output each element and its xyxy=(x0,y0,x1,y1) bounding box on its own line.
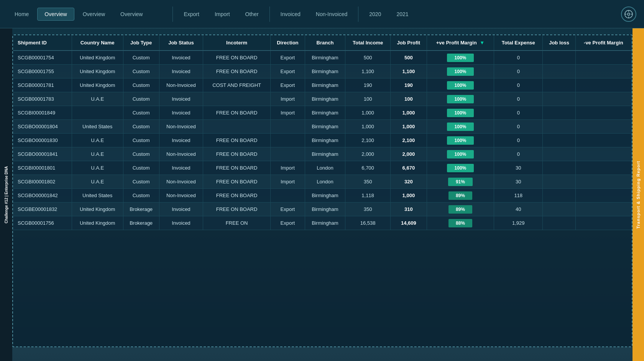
col-incoterm[interactable]: Incoterm xyxy=(203,35,271,51)
cell-job-profit: 100 xyxy=(390,92,427,106)
cell-direction: Export xyxy=(271,65,305,78)
cell-profit-margin-neg xyxy=(575,175,631,189)
filter-2021[interactable]: 2021 xyxy=(393,10,411,19)
cell-job-loss xyxy=(543,65,575,78)
cell-job-status: Invoiced xyxy=(159,161,203,175)
nav-separator-2 xyxy=(269,7,270,22)
cell-profit-margin-pos: 91% xyxy=(427,175,494,189)
cell-profit-margin-pos: 88% xyxy=(427,216,494,230)
filter-other[interactable]: Other xyxy=(242,10,262,19)
cell-job-loss xyxy=(543,161,575,175)
table-row: SCGB00001754 United Kingdom Custom Invoi… xyxy=(13,51,632,65)
filter-export[interactable]: Export xyxy=(181,10,202,19)
logo-icon xyxy=(621,7,636,22)
cell-incoterm: FREE ON BOARD xyxy=(203,51,271,65)
col-direction[interactable]: Direction xyxy=(271,35,305,51)
cell-job-status: Non-Invoiced xyxy=(159,175,203,189)
cell-branch: Birmingham xyxy=(305,51,345,65)
cell-profit-margin-pos: 100% xyxy=(427,161,494,175)
nav-tab-home[interactable]: Home xyxy=(8,8,36,20)
col-shipment-id[interactable]: Shipment ID xyxy=(13,35,72,51)
cell-job-loss xyxy=(543,203,575,216)
cell-profit-margin-neg xyxy=(575,216,631,230)
cell-incoterm xyxy=(203,92,271,106)
nav-separator-1 xyxy=(172,7,173,22)
cell-incoterm: FREE ON BOARD xyxy=(203,65,271,78)
cell-job-loss xyxy=(543,92,575,106)
cell-profit-margin-neg xyxy=(575,189,631,203)
cell-shipment-id: SCGB00001755 xyxy=(13,65,72,78)
cell-total-expense: 0 xyxy=(494,51,543,65)
cell-profit-margin-neg xyxy=(575,203,631,216)
cell-job-status: Invoiced xyxy=(159,134,203,147)
col-total-income[interactable]: Total Income xyxy=(345,35,391,51)
data-table: Shipment ID Country Name Job Type Job St… xyxy=(13,35,632,230)
cell-country: United Kingdom xyxy=(72,65,123,78)
cell-job-profit: 2,100 xyxy=(390,134,427,147)
cell-job-loss xyxy=(543,106,575,120)
cell-total-income: 1,100 xyxy=(345,65,391,78)
cell-branch: Birmingham xyxy=(305,134,345,147)
table-scroll[interactable]: Shipment ID Country Name Job Type Job St… xyxy=(13,35,632,346)
cell-profit-margin-pos: 100% xyxy=(427,134,494,147)
col-job-profit[interactable]: Job Profit xyxy=(390,35,427,51)
cell-incoterm: FREE ON BOARD xyxy=(203,161,271,175)
cell-profit-margin-neg xyxy=(575,134,631,147)
cell-incoterm: FREE ON BOARD xyxy=(203,134,271,147)
table-row: SCGBO00001830 U.A.E Custom Invoiced FREE… xyxy=(13,134,632,147)
cell-country: United Kingdom xyxy=(72,51,123,65)
cell-branch: Birmingham xyxy=(305,203,345,216)
cell-job-type: Custom xyxy=(123,161,159,175)
cell-total-expense: 0 xyxy=(494,78,543,92)
filter-2020[interactable]: 2020 xyxy=(366,10,384,19)
filter-invoiced[interactable]: Invoiced xyxy=(278,10,304,19)
cell-job-type: Brokerage xyxy=(123,216,159,230)
cell-incoterm: FREE ON BOARD xyxy=(203,147,271,161)
cell-job-loss xyxy=(543,216,575,230)
filter-import[interactable]: Import xyxy=(212,10,233,19)
cell-total-expense: 0 xyxy=(494,106,543,120)
cell-incoterm: FREE ON BOARD xyxy=(203,106,271,120)
cell-profit-margin-neg xyxy=(575,51,631,65)
nav-tab-overview-1[interactable]: Overview xyxy=(37,8,74,21)
col-job-type[interactable]: Job Type xyxy=(123,35,159,51)
cell-country: United States xyxy=(72,189,123,203)
cell-job-type: Custom xyxy=(123,65,159,78)
cell-job-type: Custom xyxy=(123,51,159,65)
cell-incoterm: FREE ON BOARD xyxy=(203,175,271,189)
filter-non-invoiced[interactable]: Non-Invoiced xyxy=(313,10,351,19)
col-profit-margin-pos[interactable]: +ve Profit Margin ▼ xyxy=(427,35,494,51)
cell-job-loss xyxy=(543,134,575,147)
cell-job-status: Non-Invoiced xyxy=(159,189,203,203)
table-row: SCGBO00001804 United States Custom Non-I… xyxy=(13,120,632,134)
cell-country: United Kingdom xyxy=(72,78,123,92)
cell-total-expense: 118 xyxy=(494,189,543,203)
nav-tab-overview-3[interactable]: Overview xyxy=(113,8,150,20)
col-profit-margin-neg[interactable]: -ve Profit Margin xyxy=(575,35,631,51)
col-job-status[interactable]: Job Status xyxy=(159,35,203,51)
table-container: Shipment ID Country Name Job Type Job St… xyxy=(12,34,632,347)
cell-total-expense: 30 xyxy=(494,175,543,189)
cell-total-income: 500 xyxy=(345,51,391,65)
cell-job-status: Invoiced xyxy=(159,92,203,106)
col-branch[interactable]: Branch xyxy=(305,35,345,51)
cell-job-profit: 1,100 xyxy=(390,65,427,78)
cell-job-type: Custom xyxy=(123,92,159,106)
cell-direction: Import xyxy=(271,92,305,106)
nav-tab-overview-2[interactable]: Overview xyxy=(76,8,112,20)
cell-profit-margin-neg xyxy=(575,92,631,106)
cell-country: United Kingdom xyxy=(72,203,123,216)
cell-shipment-id: SCGB00001754 xyxy=(13,51,72,65)
cell-total-expense: 40 xyxy=(494,203,543,216)
cell-direction: Export xyxy=(271,216,305,230)
cell-direction: Export xyxy=(271,78,305,92)
cell-total-income: 350 xyxy=(345,175,391,189)
col-job-loss[interactable]: Job loss xyxy=(543,35,575,51)
col-total-expense[interactable]: Total Expense xyxy=(494,35,543,51)
col-country-name[interactable]: Country Name xyxy=(72,35,123,51)
cell-branch: Birmingham xyxy=(305,216,345,230)
cell-job-profit: 2,000 xyxy=(390,147,427,161)
cell-total-expense: 30 xyxy=(494,161,543,175)
cell-job-profit: 1,000 xyxy=(390,120,427,134)
filter-group-year: 2020 2021 xyxy=(366,10,411,19)
